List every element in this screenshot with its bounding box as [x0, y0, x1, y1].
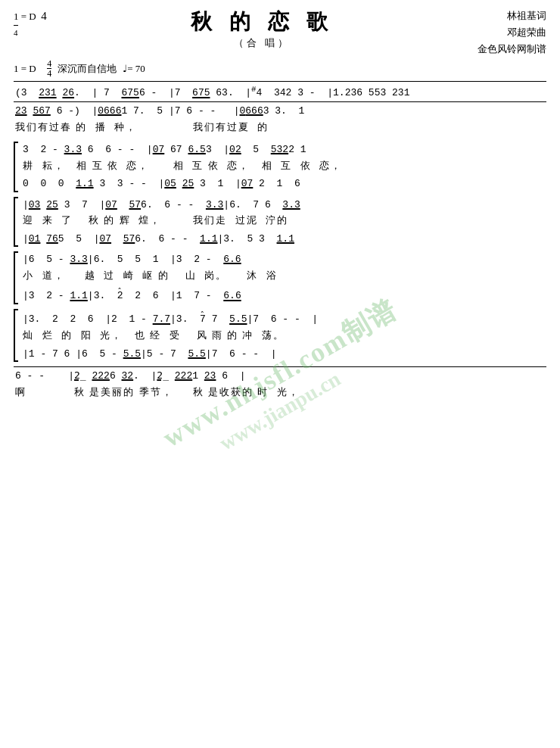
- bracket-content-2: |03 25 3 7 |07 576. 6 - - 3.3|6. 7 6 3.3…: [21, 197, 546, 248]
- time-sig: 4 4: [47, 59, 51, 78]
- song-title: 秋 的 恋 歌: [47, 8, 478, 36]
- key-info: 1 = D 44: [14, 8, 47, 39]
- bracket-content-3: |6 5 - 3.3|6. 5 5 1 |3 2 - 6.6 小 道， 越 过 …: [21, 251, 546, 304]
- lyricist: 林祖基词: [478, 8, 546, 24]
- stave-4b: |01 765 5 |07 576. 6 - - 1.1|3. 5 3 1.1: [21, 231, 546, 246]
- lyrics-3a: 耕 耘， 相 互 依 恋， 相 互 依 恋， 相 互 依 恋，: [21, 158, 546, 176]
- lyrics-6a: 灿 烂 的 阳 光， 也 经 受 风 雨 的 冲 荡。: [21, 328, 546, 346]
- bpm: ♩= 70: [123, 63, 145, 75]
- lyrics-2: 我们有过春 的 播 种， 我们有过夏 的: [14, 120, 546, 138]
- title-area: 秋 的 恋 歌 （合 唱）: [47, 8, 478, 50]
- bracket-1: [14, 142, 18, 192]
- lyrics-5a: 小 道， 越 过 崎 岖 的 山 岗。 沐 浴: [21, 268, 546, 286]
- stave-1: (3 231 26. | 7 6756 - |7 675 63. |#4 342…: [14, 81, 546, 100]
- stave-3a: 3 2 - 3.3 6 6 - - |07 67 6.53 |02 5 5322…: [21, 142, 546, 157]
- page: www.nhjsfl.com制谱 www.jianpu.cn 1 = D 44 …: [0, 0, 560, 748]
- stave-6a: |3. 2 2 6 |2 1 - 7.7|3. ̂7 7 5.5|7 6 - -…: [21, 309, 546, 326]
- bracket-group-4: |3. 2 2 6 |2 1 - 7.7|3. ̂7 7 5.5|7 6 - -…: [14, 309, 546, 362]
- credits: 林祖基词 邓超荣曲 金色风铃网制谱: [478, 8, 546, 58]
- stave-7: 6 - - |2̲ 2226 32. |2̲ 2221 23 6 |: [14, 366, 546, 383]
- arranger: 金色风铃网制谱: [478, 41, 546, 58]
- lyrics-7: 啊 秋 是美丽的 季节， 秋 是收获的 时 光，: [14, 385, 546, 403]
- bracket-content-1: 3 2 - 3.3 6 6 - - |07 67 6.53 |02 5 5322…: [21, 142, 546, 192]
- composer: 邓超荣曲: [478, 24, 546, 41]
- bracket-group-2: |03 25 3 7 |07 576. 6 - - 3.3|6. 7 6 3.3…: [14, 197, 546, 248]
- tempo-area: 1 = D 4 4 深沉而自信地 ♩= 70: [14, 59, 546, 78]
- stave-2: 23 567 6 -) |06661 7. 5 |7 6 - - |06663 …: [14, 101, 546, 118]
- stave-6b: |1 - 7 6 |6 5 - 5.5|5 - 7 5.5|7 6 - - |: [21, 346, 546, 361]
- key-time: 1 = D 44: [14, 8, 47, 39]
- bracket-group-3: |6 5 - 3.3|6. 5 5 1 |3 2 - 6.6 小 道， 越 过 …: [14, 251, 546, 304]
- stave-5b: |3 2 - 1.1|3. ̂2 2 6 |1 7 - 6.6: [21, 285, 546, 303]
- bracket-content-4: |3. 2 2 6 |2 1 - 7.7|3. ̂7 7 5.5|7 6 - -…: [21, 309, 546, 362]
- tempo-mark: 深沉而自信地: [58, 62, 117, 76]
- bracket-2: [14, 197, 18, 248]
- bracket-4: [14, 309, 18, 362]
- header: 1 = D 44 秋 的 恋 歌 （合 唱） 林祖基词 邓超荣曲 金色风铃网制谱: [14, 8, 546, 58]
- key-display: 1 = D: [14, 63, 41, 75]
- bracket-3: [14, 251, 18, 304]
- song-subtitle: （合 唱）: [47, 36, 478, 50]
- stave-3b: 0 0 0 1.1 3 3 - - |05 25 3 1 |07 2 1 6: [21, 176, 546, 191]
- bracket-group-1: 3 2 - 3.3 6 6 - - |07 67 6.53 |02 5 5322…: [14, 142, 546, 192]
- stave-5a: |6 5 - 3.3|6. 5 5 1 |3 2 - 6.6: [21, 251, 546, 266]
- lyrics-4a: 迎 来 了 秋 的 辉 煌， 我们走 过泥 泞的: [21, 213, 546, 231]
- music-content: (3 231 26. | 7 6756 - |7 675 63. |#4 342…: [14, 81, 546, 402]
- stave-4a: |03 25 3 7 |07 576. 6 - - 3.3|6. 7 6 3.3: [21, 197, 546, 212]
